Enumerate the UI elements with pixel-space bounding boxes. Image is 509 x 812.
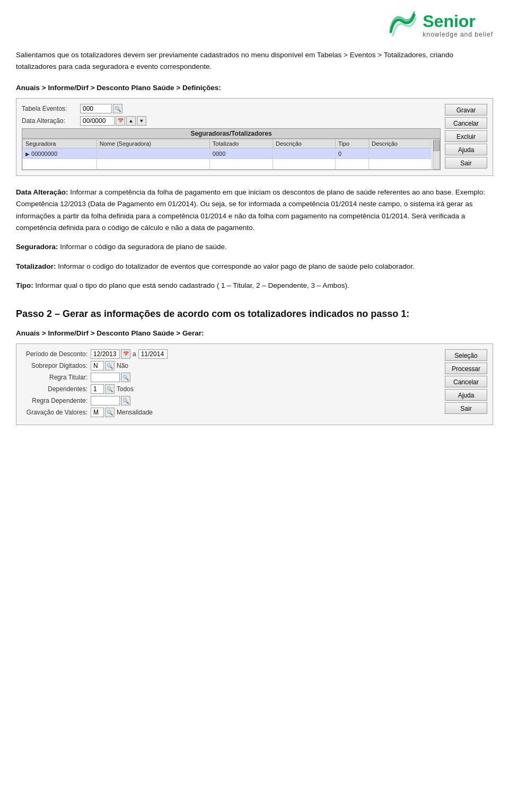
cell-descricao xyxy=(273,148,336,159)
desc1-text: Informar a competência da folha de pagam… xyxy=(16,188,485,232)
regra-dependente-input[interactable] xyxy=(91,396,120,405)
th-seguradora: Seguradora xyxy=(23,139,97,148)
periodo-calendar-button[interactable]: 📅 xyxy=(121,349,130,359)
cell-empty3 xyxy=(209,159,273,170)
desc-data-alteracao: Data Alteração: Informar a competência d… xyxy=(16,187,493,234)
gravacao-label: Gravação de Valores: xyxy=(22,409,91,416)
tabela-input[interactable] xyxy=(80,104,112,113)
date-nav-down-button[interactable]: ▼ xyxy=(137,116,146,126)
date-nav-up-button[interactable]: ▲ xyxy=(126,116,136,126)
section1-heading: Anuais > Informe/Dirf > Desconto Plano S… xyxy=(16,84,493,92)
sair-button[interactable]: Sair xyxy=(445,157,487,169)
excluir-button[interactable]: Excluir xyxy=(445,130,487,142)
page: Senior knowledge and belief Salientamos … xyxy=(0,0,509,446)
gravar-button[interactable]: Gravar xyxy=(445,104,487,116)
gravacao-search-button[interactable]: 🔍 xyxy=(105,408,115,417)
cell-nome xyxy=(96,148,209,159)
cell-empty6 xyxy=(368,159,431,170)
periodo-row: Período de Desconto: 📅 a xyxy=(22,349,441,359)
desc-seguradora: Seguradora: Informar o código da segurad… xyxy=(16,241,493,253)
seguradoras-table-wrapper: Seguradoras/Totalizadores Seguradora Nom… xyxy=(22,128,441,170)
dependentes-row: Dependentes: 🔍 Todos xyxy=(22,384,441,394)
ajuda2-button[interactable]: Ajuda xyxy=(445,389,487,401)
desc-tipo: Tipo: Informar qual o tipo do plano que … xyxy=(16,280,493,292)
regra-titular-search-button[interactable]: 🔍 xyxy=(121,373,130,382)
th-nome: Nome (Seguradora) xyxy=(96,139,209,148)
sobrepor-row: Sobrepor Digitados: 🔍 Não xyxy=(22,361,441,370)
sobrepor-search-button[interactable]: 🔍 xyxy=(105,361,115,370)
regra-dependente-search-button[interactable]: 🔍 xyxy=(121,396,130,405)
tabela-label: Tabela Eventos: xyxy=(22,105,80,112)
th-tipo: Tipo xyxy=(335,139,368,148)
cell-arrow: ▶ 00000000 xyxy=(23,148,97,159)
ajuda-button[interactable]: Ajuda xyxy=(445,144,487,155)
desc1-bold: Data Alteração: xyxy=(16,188,68,196)
table-scroll-area: Seguradora Nome (Seguradora) Totalizado … xyxy=(22,139,440,170)
desc2-bold: Seguradora: xyxy=(16,243,58,251)
table-row[interactable]: ▶ 00000000 0000 0 xyxy=(23,148,432,159)
cell-tipo: 0 xyxy=(335,148,368,159)
desc3-text: Informar o codigo do totalizador de even… xyxy=(56,262,415,270)
regra-titular-label: Regra Titular: xyxy=(22,374,91,381)
th-descricao: Descrição xyxy=(273,139,336,148)
regra-dependente-label: Regra Dependente: xyxy=(22,397,91,404)
tabela-search-button[interactable]: 🔍 xyxy=(113,104,122,113)
th-descricao2: Descrição xyxy=(368,139,431,148)
scroll-thumb xyxy=(433,140,440,151)
sobrepor-input[interactable] xyxy=(91,361,104,370)
desc4-text: Informar qual o tipo do plano que está s… xyxy=(33,281,349,289)
intro-paragraph: Salientamos que os totalizadores devem s… xyxy=(16,49,493,72)
form2-inner: Período de Desconto: 📅 a Sobrepor Digita… xyxy=(22,349,487,419)
cell-empty4 xyxy=(273,159,336,170)
seguradoras-table: Seguradora Nome (Seguradora) Totalizado … xyxy=(22,139,432,170)
processar-button[interactable]: Processar xyxy=(445,363,487,374)
form2-buttons-right: Seleção Processar Cancelar Ajuda Sair xyxy=(445,349,487,419)
desc2-text: Informar o código da seguradora de plano… xyxy=(58,243,227,251)
regra-dependente-row: Regra Dependente: 🔍 xyxy=(22,396,441,405)
gravacao-input[interactable] xyxy=(91,408,104,417)
regra-titular-row: Regra Titular: 🔍 xyxy=(22,373,441,382)
tabela-row: Tabela Eventos: 🔍 xyxy=(22,104,441,113)
logo-senior-label: Senior xyxy=(423,12,493,31)
periodo-sep: a xyxy=(133,350,136,358)
senior-logo-icon xyxy=(387,11,418,40)
logo-text: Senior knowledge and belief xyxy=(423,12,493,38)
logo-area: Senior knowledge and belief xyxy=(387,11,493,40)
sair2-button[interactable]: Sair xyxy=(445,402,487,414)
dependentes-label: Dependentes: xyxy=(22,385,91,393)
gravacao-row: Gravação de Valores: 🔍 Mensalidade xyxy=(22,408,441,417)
cell-descricao2 xyxy=(368,148,431,159)
dependentes-text: Todos xyxy=(117,385,134,393)
data-alteracao-input[interactable] xyxy=(80,116,115,126)
sobrepor-text: Não xyxy=(117,362,128,369)
table-header-row: Seguradora Nome (Seguradora) Totalizado … xyxy=(23,139,432,148)
desc4-bold: Tipo: xyxy=(16,281,33,289)
date-calendar-button[interactable]: 📅 xyxy=(116,116,125,126)
form-panel-2: Período de Desconto: 📅 a Sobrepor Digita… xyxy=(16,343,493,425)
form-left: Tabela Eventos: 🔍 Data Alteração: 📅 ▲ ▼ … xyxy=(22,104,441,170)
dependentes-search-button[interactable]: 🔍 xyxy=(105,384,115,394)
table-scrollbar[interactable] xyxy=(433,139,440,170)
cancelar-button[interactable]: Cancelar xyxy=(445,117,487,129)
header: Senior knowledge and belief xyxy=(16,11,493,40)
data-alteracao-label: Data Alteração: xyxy=(22,117,80,125)
logo-tagline-label: knowledge and belief xyxy=(423,31,493,38)
desc3-bold: Totalizador: xyxy=(16,262,56,270)
form-buttons-right: Gravar Cancelar Excluir Ajuda Sair xyxy=(445,104,487,170)
table-row-empty xyxy=(23,159,432,170)
selecao-button[interactable]: Seleção xyxy=(445,349,487,361)
form2-left: Período de Desconto: 📅 a Sobrepor Digita… xyxy=(22,349,441,419)
periodo-label: Período de Desconto: xyxy=(22,350,91,358)
cell-totalizado: 0000 xyxy=(209,148,273,159)
th-totalizado: Totalizado xyxy=(209,139,273,148)
table-section-header: Seguradoras/Totalizadores xyxy=(22,129,440,139)
gravacao-text: Mensalidade xyxy=(117,409,153,416)
regra-titular-input[interactable] xyxy=(91,373,120,382)
periodo-end-input[interactable] xyxy=(138,349,168,359)
data-alteracao-row: Data Alteração: 📅 ▲ ▼ xyxy=(22,116,441,126)
form-panel-1: Tabela Eventos: 🔍 Data Alteração: 📅 ▲ ▼ … xyxy=(16,98,493,176)
dependentes-input[interactable] xyxy=(91,384,104,394)
cell-empty1 xyxy=(23,159,97,170)
cancelar2-button[interactable]: Cancelar xyxy=(445,376,487,387)
periodo-start-input[interactable] xyxy=(91,349,120,359)
